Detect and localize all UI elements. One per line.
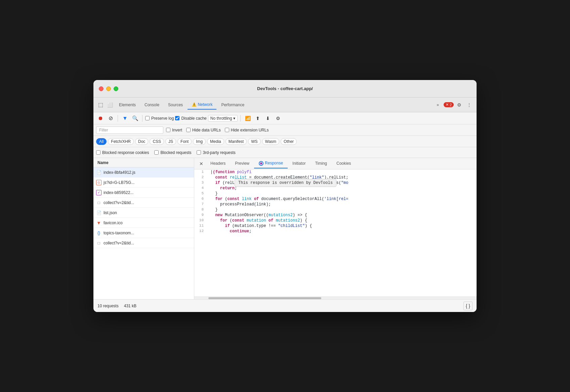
- wifi-icon[interactable]: 📶: [243, 114, 252, 123]
- file-list-header: Name: [93, 158, 194, 167]
- filter-icon[interactable]: ▼: [121, 114, 129, 123]
- device-toolbar-icon[interactable]: ⬜: [106, 101, 114, 109]
- type-btn-doc[interactable]: Doc: [135, 138, 148, 145]
- throttle-dropdown-icon: ▾: [233, 116, 235, 121]
- settings-icon[interactable]: ⚙: [454, 100, 464, 110]
- tab-preview[interactable]: Preview: [230, 159, 254, 168]
- blocked-requests-label[interactable]: Blocked requests: [154, 150, 191, 155]
- download-icon[interactable]: ⬇: [263, 114, 272, 123]
- list-item[interactable]: ▼ favicon.ico: [93, 218, 194, 228]
- request-count: 10 requests: [97, 304, 119, 308]
- code-line: 12 continue;: [194, 229, 477, 234]
- hide-data-urls-checkbox[interactable]: [186, 128, 191, 132]
- code-line: 4 return;: [194, 186, 477, 191]
- title-bar: DevTools - coffee-cart.app/: [93, 80, 477, 97]
- list-item[interactable]: □ collect?v=2&tid...: [93, 198, 194, 208]
- code-line: 11 if (mutation.type !== "childList") {: [194, 223, 477, 229]
- status-bar-right: { }: [463, 302, 473, 310]
- third-party-checkbox[interactable]: [197, 150, 201, 155]
- type-btn-all[interactable]: All: [96, 138, 107, 145]
- preserve-log-checkbox[interactable]: [145, 116, 150, 120]
- traffic-lights: [99, 86, 118, 91]
- code-line: 6 for (const link of document.querySelec…: [194, 196, 477, 202]
- inspect-element-icon[interactable]: ⬚: [96, 101, 105, 109]
- type-btn-manifest[interactable]: Manifest: [226, 138, 247, 145]
- blocked-requests-checkbox[interactable]: [154, 150, 159, 155]
- ga-file-icon: G: [96, 180, 101, 185]
- throttling-select[interactable]: No throttling ▾: [208, 115, 238, 122]
- response-tab-icon: [259, 161, 263, 166]
- filter-row: Invert Hide data URLs Hide extension URL…: [93, 124, 477, 136]
- json-file-icon: 📄: [96, 210, 101, 215]
- more-options-icon[interactable]: ⋮: [464, 100, 474, 110]
- ico-file-icon: ▼: [96, 220, 101, 226]
- tab-initiator[interactable]: Initiator: [288, 159, 310, 168]
- invert-label[interactable]: Invert: [166, 128, 182, 132]
- horizontal-scrollbar[interactable]: [194, 297, 477, 299]
- type-btn-fetch-xhr[interactable]: Fetch/XHR: [108, 138, 134, 145]
- tab-cookies[interactable]: Cookies: [332, 159, 356, 168]
- hide-extension-urls-checkbox[interactable]: [225, 128, 229, 132]
- type-btn-font[interactable]: Font: [177, 138, 192, 145]
- list-item[interactable]: {} topics-taxonom...: [93, 228, 194, 238]
- close-button[interactable]: [99, 86, 104, 91]
- disable-cache-checkbox[interactable]: [175, 116, 179, 120]
- invert-checkbox[interactable]: [166, 128, 170, 132]
- list-item[interactable]: 📄 index-8bfa4912.js: [93, 167, 194, 178]
- type-btn-ws[interactable]: WS: [248, 138, 260, 145]
- format-button[interactable]: { }: [463, 302, 473, 310]
- list-item[interactable]: 📄 list.json: [93, 208, 194, 218]
- file-name: index-b859522...: [104, 190, 191, 195]
- code-line: 7 processPreload(link);: [194, 202, 477, 207]
- code-line: 9 new MutationObserver((mutations2) => {: [194, 212, 477, 218]
- preserve-log-label[interactable]: Preserve log: [145, 116, 174, 121]
- list-item[interactable]: G js?id=G-LB75G...: [93, 178, 194, 188]
- list-item[interactable]: ✓ index-b859522...: [93, 188, 194, 198]
- maximize-button[interactable]: [114, 86, 118, 91]
- blocked-row: Blocked response cookies Blocked request…: [93, 147, 477, 158]
- tab-sources[interactable]: Sources: [164, 101, 187, 109]
- clear-icon[interactable]: ⊘: [106, 114, 115, 123]
- hide-data-urls-label[interactable]: Hide data URLs: [186, 128, 221, 132]
- type-btn-img[interactable]: Img: [193, 138, 206, 145]
- minimize-button[interactable]: [106, 86, 111, 91]
- type-btn-media[interactable]: Media: [207, 138, 224, 145]
- tab-network[interactable]: ⚠️ Network: [188, 100, 216, 110]
- code-view: This response is overridden by DevTools …: [194, 169, 477, 297]
- tab-performance[interactable]: Performance: [217, 101, 248, 109]
- file-list: Name 📄 index-8bfa4912.js G js?id=G-LB75G…: [93, 158, 194, 299]
- search-icon[interactable]: 🔍: [131, 114, 139, 123]
- tab-elements[interactable]: Elements: [115, 101, 140, 109]
- scroll-thumb[interactable]: [208, 297, 321, 299]
- tab-console[interactable]: Console: [140, 101, 163, 109]
- code-line: 8 }: [194, 207, 477, 212]
- blocked-cookies-label[interactable]: Blocked response cookies: [96, 150, 149, 155]
- file-name: collect?v=2&tid...: [104, 200, 191, 205]
- close-detail-button[interactable]: ✕: [197, 159, 206, 168]
- type-btn-other[interactable]: Other: [281, 138, 297, 145]
- record-stop-icon[interactable]: ⏺: [96, 114, 105, 123]
- type-btn-js[interactable]: JS: [165, 138, 176, 145]
- hide-extension-urls-label[interactable]: Hide extension URLs: [225, 128, 269, 132]
- type-btn-wasm[interactable]: Wasm: [262, 138, 280, 145]
- third-party-label[interactable]: 3rd-party requests: [197, 150, 235, 155]
- tab-timing[interactable]: Timing: [310, 159, 332, 168]
- filter-input[interactable]: [96, 126, 163, 134]
- file-name: index-8bfa4912.js: [104, 170, 191, 175]
- code-table: 1 |(function polyfi 2 const relList = do…: [194, 169, 477, 234]
- type-btn-css[interactable]: CSS: [150, 138, 164, 145]
- collect2-file-icon: □: [96, 240, 101, 246]
- devtools-window: DevTools - coffee-cart.app/ ⬚ ⬜ Elements…: [93, 80, 477, 312]
- network-warning-icon: ⚠️: [192, 102, 197, 107]
- type-filters: All Fetch/XHR Doc CSS JS Font Img Media …: [93, 136, 477, 147]
- tab-more[interactable]: »: [433, 101, 443, 109]
- js-file-icon: 📄: [96, 170, 101, 175]
- upload-icon[interactable]: ⬆: [253, 114, 262, 123]
- blocked-cookies-checkbox[interactable]: [96, 150, 100, 155]
- disable-cache-label[interactable]: Disable cache: [175, 116, 206, 121]
- tab-headers[interactable]: Headers: [206, 159, 230, 168]
- list-item[interactable]: □ collect?v=2&tid...: [93, 238, 194, 248]
- tab-response[interactable]: Response: [254, 159, 288, 168]
- file-name: topics-taxonom...: [104, 231, 191, 235]
- network-settings-icon[interactable]: ⚙: [274, 114, 282, 123]
